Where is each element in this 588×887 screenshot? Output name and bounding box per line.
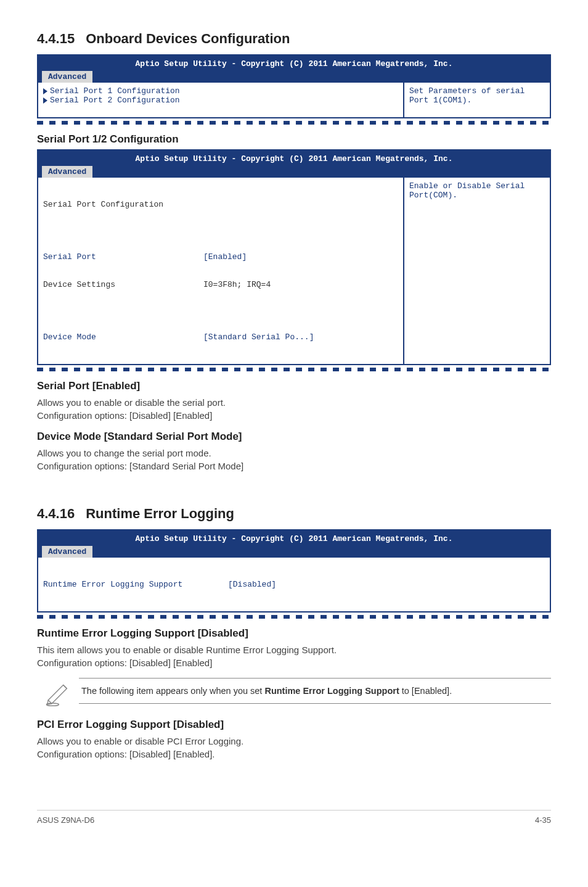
label-serial-port: Serial Port xyxy=(43,252,203,262)
menu-item-serial-port-2: Serial Port 2 Configuration xyxy=(50,96,180,105)
torn-edge xyxy=(37,121,551,125)
torn-edge xyxy=(37,615,551,619)
paragraph: Allows you to enable or disable the seri… xyxy=(37,396,551,422)
paragraph: This item allows you to enable or disabl… xyxy=(37,643,551,669)
subheading-serial-port-config: Serial Port 1/2 Configuration xyxy=(37,133,551,146)
footer-product: ASUS Z9NA-D6 xyxy=(37,815,94,825)
text-line: Configuration options: [Disabled] [Enabl… xyxy=(37,410,212,421)
label-runtime-error-logging: Runtime Error Logging Support xyxy=(43,580,228,589)
triangle-icon xyxy=(43,97,47,104)
bios-header: Aptio Setup Utility - Copyright (C) 2011… xyxy=(38,151,550,178)
subheading-serial-port-enabled: Serial Port [Enabled] xyxy=(37,380,551,392)
bios-header: Aptio Setup Utility - Copyright (C) 2011… xyxy=(38,56,550,83)
bios-settings-list: Runtime Error Logging Support [Disabled] xyxy=(38,558,550,611)
note-pre: The following item appears only when you… xyxy=(81,686,264,696)
bios-settings-list: Serial Port Configuration Serial Port [E… xyxy=(38,178,403,364)
page-footer: ASUS Z9NA-D6 4-35 xyxy=(37,810,551,825)
bios-title: Aptio Setup Utility - Copyright (C) 2011… xyxy=(42,58,546,70)
row-title: Serial Port Configuration xyxy=(43,200,163,209)
text-line: Configuration options: [Disabled] [Enabl… xyxy=(37,749,215,759)
text-line: Allows you to enable or disable the seri… xyxy=(37,397,226,408)
menu-item-serial-port-1: Serial Port 1 Configuration xyxy=(50,86,180,96)
label-device-settings: Device Settings xyxy=(43,280,203,289)
footer-page-number: 4-35 xyxy=(535,815,551,825)
subheading-pci-error-logging: PCI Error Logging Support [Disabled] xyxy=(37,719,551,731)
value-runtime-error-logging: [Disabled] xyxy=(228,580,545,589)
text-line: Configuration options: [Disabled] [Enabl… xyxy=(37,658,212,668)
section-title-text: Onboard Devices Configuration xyxy=(86,31,290,46)
value-device-settings: I0=3F8h; IRQ=4 xyxy=(203,280,398,289)
bios-tab-advanced: Advanced xyxy=(42,166,92,178)
bios-menu-list: Serial Port 1 Configuration Serial Port … xyxy=(38,83,403,117)
text-line: Allows you to enable or disable PCI Erro… xyxy=(37,736,243,746)
section-heading-runtime: 4.4.16Runtime Error Logging xyxy=(37,506,551,522)
text-line: This item allows you to enable or disabl… xyxy=(37,645,337,655)
paragraph: Allows you to change the serial port mod… xyxy=(37,447,551,472)
subheading-device-mode: Device Mode [Standard Serial Port Mode] xyxy=(37,431,551,443)
bios-panel-serial-config: Aptio Setup Utility - Copyright (C) 2011… xyxy=(37,149,551,365)
text-line: Allows you to change the serial port mod… xyxy=(37,448,211,458)
bios-panel-runtime: Aptio Setup Utility - Copyright (C) 2011… xyxy=(37,529,551,613)
bios-tab-advanced: Advanced xyxy=(42,71,92,83)
paragraph: Allows you to enable or disable PCI Erro… xyxy=(37,735,551,761)
value-serial-port: [Enabled] xyxy=(203,252,398,262)
section-number: 4.4.15 xyxy=(37,31,75,46)
text-line: Configuration options: [Standard Serial … xyxy=(37,461,243,471)
section-heading-onboard: 4.4.15Onboard Devices Configuration xyxy=(37,31,551,47)
pencil-icon xyxy=(37,678,79,706)
note-text: The following item appears only when you… xyxy=(79,678,551,704)
section-title-text: Runtime Error Logging xyxy=(86,506,234,521)
subheading-runtime-support: Runtime Error Logging Support [Disabled] xyxy=(37,627,551,640)
section-number: 4.4.16 xyxy=(37,506,75,521)
note-bold: Runtime Error Logging Support xyxy=(264,686,399,696)
triangle-icon xyxy=(43,88,47,94)
bios-title: Aptio Setup Utility - Copyright (C) 2011… xyxy=(42,153,546,165)
note-post: to [Enabled]. xyxy=(399,686,452,696)
bios-help-text: Set Parameters of serial Port 1(COM1). xyxy=(403,83,550,117)
bios-help-text: Enable or Disable Serial Port(COM). xyxy=(403,178,550,364)
label-device-mode: Device Mode xyxy=(43,332,203,342)
bios-header: Aptio Setup Utility - Copyright (C) 2011… xyxy=(38,530,550,558)
bios-tab-advanced: Advanced xyxy=(42,546,92,558)
value-device-mode: [Standard Serial Po...] xyxy=(203,332,398,342)
bios-title: Aptio Setup Utility - Copyright (C) 2011… xyxy=(42,533,546,545)
bios-panel-onboard: Aptio Setup Utility - Copyright (C) 2011… xyxy=(37,54,551,118)
torn-edge xyxy=(37,368,551,371)
note-callout: The following item appears only when you… xyxy=(37,678,551,706)
